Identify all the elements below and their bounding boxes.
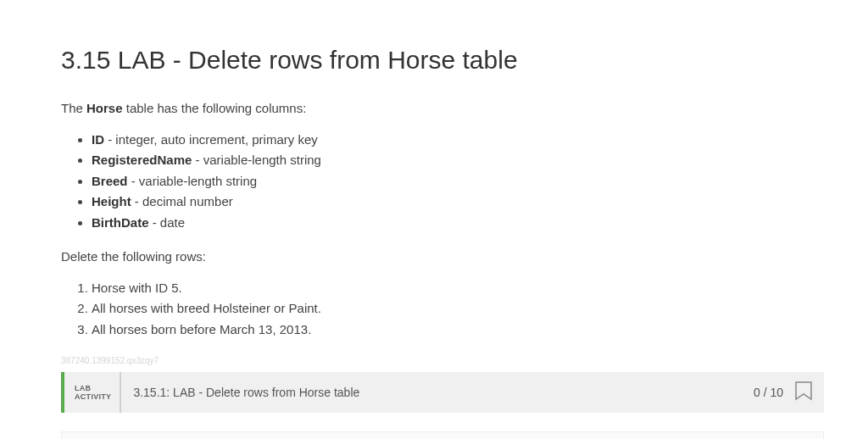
lab-activity-title: 3.15.1: LAB - Delete rows from Horse tab… (121, 372, 745, 413)
tasks-list: Horse with ID 5. All horses with breed H… (76, 279, 824, 340)
col-name: ID (92, 132, 104, 147)
lab-label-line1: LAB (75, 384, 111, 392)
bookmark-icon[interactable] (792, 372, 824, 413)
list-item: RegisteredName - variable-length string (92, 151, 824, 170)
col-desc: - variable-length string (192, 153, 321, 167)
col-name: Height (92, 194, 131, 208)
col-name: Breed (92, 174, 128, 188)
col-desc: - integer, auto increment, primary key (104, 132, 318, 147)
list-item: BirthDate - date (92, 214, 824, 233)
page-title: 3.15 LAB - Delete rows from Horse table (61, 41, 824, 79)
lab-score: 0 / 10 (745, 372, 792, 413)
intro-post: table has the following columns: (123, 101, 307, 115)
intro-pre: The (61, 101, 86, 115)
list-item: Breed - variable-length string (92, 172, 824, 192)
intro-paragraph: The Horse table has the following column… (61, 99, 824, 119)
file-bar: Main.sql Load default template... (61, 431, 824, 439)
lab-label-line2: ACTIVITY (75, 392, 111, 401)
col-name: BirthDate (92, 215, 149, 230)
watermark: 387240.1399152.qx3zqy7 (61, 354, 824, 367)
col-name: RegisteredName (92, 153, 192, 167)
col-desc: - variable-length string (128, 174, 258, 188)
list-item: Height - decimal number (92, 192, 824, 212)
list-item: Horse with ID 5. (92, 279, 824, 298)
columns-list: ID - integer, auto increment, primary ke… (76, 131, 824, 233)
lab-activity-label: LAB ACTIVITY (64, 372, 121, 413)
list-item: All horses with breed Holsteiner or Pain… (92, 299, 824, 319)
list-item: All horses born before March 13, 2013. (92, 320, 824, 340)
lab-activity-bar: LAB ACTIVITY 3.15.1: LAB - Delete rows f… (61, 372, 824, 413)
intro-table-name: Horse (86, 101, 123, 115)
col-desc: - decimal number (131, 194, 233, 208)
col-desc: - date (149, 215, 186, 230)
list-item: ID - integer, auto increment, primary ke… (92, 131, 824, 150)
task-intro: Delete the following rows: (61, 247, 824, 267)
